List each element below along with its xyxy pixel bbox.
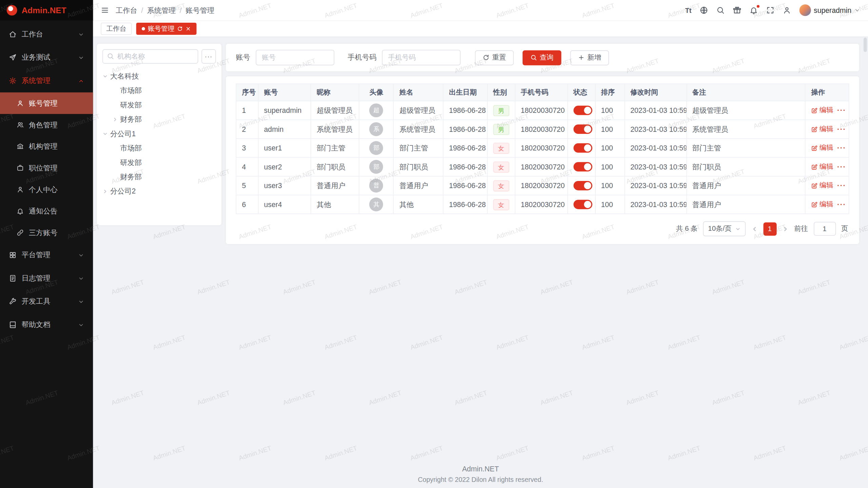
chevron-down-icon [78, 322, 84, 328]
breadcrumb: 工作台 / 系统管理 / 账号管理 [116, 5, 214, 15]
sidebar-item-system-management[interactable]: 系统管理 [0, 69, 93, 93]
tree-node-label: 分公司1 [110, 129, 136, 139]
edit-button[interactable]: 编辑 [811, 181, 833, 190]
sidebar-item-org-management[interactable]: 机构管理 [0, 136, 93, 157]
sidebar-item-role-management[interactable]: 角色管理 [0, 114, 93, 136]
phone-label: 手机号码 [348, 53, 376, 62]
vertical-scrollbar[interactable] [864, 38, 867, 52]
column-header: 性别 [487, 84, 515, 101]
org-more-button[interactable]: ··· [201, 49, 216, 63]
tree-node-label: 大名科技 [110, 72, 139, 81]
sidebar-item-workbench[interactable]: 工作台 [0, 23, 93, 46]
tree-node-label: 财务部 [120, 172, 142, 182]
tab-workbench[interactable]: 工作台 [101, 23, 132, 35]
sidebar-item-notice[interactable]: 通知公告 [0, 200, 93, 222]
tree-node[interactable]: 研发部 [102, 156, 216, 170]
column-header: 账号 [258, 84, 311, 101]
page-size-select[interactable]: 10条/页 [703, 221, 746, 236]
row-more-button[interactable]: ··· [837, 201, 846, 208]
sidebar-item-dev-tools[interactable]: 开发工具 [0, 290, 93, 313]
search-icon [107, 53, 114, 60]
edit-button[interactable]: 编辑 [811, 106, 833, 115]
sidebar-item-label: 三方账号 [29, 228, 58, 238]
status-toggle[interactable] [573, 181, 592, 190]
phone-input[interactable] [382, 50, 461, 65]
row-avatar: 超 [370, 103, 383, 117]
chevron-down-icon [78, 299, 84, 305]
font-size-icon[interactable]: Tt [685, 6, 691, 14]
logo[interactable]: Admin.NET [0, 0, 93, 20]
sidebar-item-position-management[interactable]: 职位管理 [0, 157, 93, 179]
reset-button[interactable]: 重置 [475, 50, 514, 65]
tab-account-management[interactable]: 账号管理 [136, 23, 197, 35]
prev-page-button[interactable] [751, 225, 758, 232]
edit-button[interactable]: 编辑 [811, 200, 833, 209]
tree-node[interactable]: 分公司2 [102, 184, 216, 199]
sidebar-item-platform-management[interactable]: 平台管理 [0, 243, 93, 267]
row-more-button[interactable]: ··· [837, 182, 846, 189]
top-header: 工作台 / 系统管理 / 账号管理 Tt superadmin [93, 0, 868, 20]
fullscreen-icon[interactable] [766, 6, 774, 14]
search-button[interactable]: 查询 [522, 50, 561, 65]
refresh-icon[interactable] [177, 26, 182, 32]
add-button[interactable]: 新增 [570, 50, 609, 65]
tree-node[interactable]: 大名科技 [102, 69, 216, 83]
query-panel: 账号 手机号码 重置 查询 新增 [226, 44, 859, 72]
gender-tag: 男 [493, 124, 509, 135]
tree-node[interactable]: 分公司1 [102, 127, 216, 141]
notification-bell-icon[interactable] [750, 6, 758, 14]
page-number-button[interactable]: 1 [763, 222, 776, 236]
breadcrumb-item[interactable]: 账号管理 [185, 5, 214, 15]
sidebar-item-account-management[interactable]: 账号管理 [0, 93, 93, 114]
status-toggle[interactable] [573, 106, 592, 115]
bank-icon [17, 143, 24, 150]
row-more-button[interactable]: ··· [837, 144, 846, 151]
account-input[interactable] [256, 50, 334, 65]
edit-button[interactable]: 编辑 [811, 124, 833, 134]
sidebar-item-log-management[interactable]: 日志管理 [0, 267, 93, 290]
row-more-button[interactable]: ··· [837, 126, 846, 133]
edit-button[interactable]: 编辑 [811, 162, 833, 171]
plus-icon [578, 54, 585, 61]
sidebar-item-help-docs[interactable]: 帮助文档 [0, 313, 93, 337]
edit-icon [811, 126, 818, 133]
gender-tag: 女 [493, 142, 509, 154]
sidebar-item-personal-center[interactable]: 个人中心 [0, 179, 93, 200]
breadcrumb-item[interactable]: 工作台 [116, 5, 137, 15]
row-more-button[interactable]: ··· [837, 163, 846, 170]
next-page-button[interactable] [782, 225, 789, 232]
sidebar-item-label: 角色管理 [29, 120, 58, 129]
gift-icon[interactable] [733, 6, 741, 14]
pagination-total: 共 6 条 [676, 224, 698, 233]
table-row: 4 user2 部门职员 部 部门职员 1986-06-28 女 1802003… [236, 157, 849, 176]
search-icon[interactable] [716, 6, 725, 14]
close-icon[interactable] [185, 26, 191, 32]
column-header: 状态 [568, 84, 595, 101]
tree-node[interactable]: 财务部 [102, 170, 216, 184]
hamburger-icon[interactable] [101, 6, 109, 14]
sidebar-item-third-party-account[interactable]: 三方账号 [0, 222, 93, 244]
sidebar-menu: 工作台 业务测试 系统管理 账号管理 角色管理 机构管理 [0, 20, 93, 488]
column-header: 修改时间 [625, 84, 687, 101]
app-root: Admin.NET 工作台 业务测试 系统管理 账号管理 角色管理 [0, 0, 868, 488]
tree-node[interactable]: 市场部 [102, 141, 216, 155]
status-toggle[interactable] [573, 200, 592, 209]
column-header: 姓名 [394, 84, 443, 101]
row-more-button[interactable]: ··· [837, 107, 846, 114]
edit-button[interactable]: 编辑 [811, 143, 833, 153]
goto-page-input[interactable] [813, 222, 835, 236]
breadcrumb-item[interactable]: 系统管理 [147, 5, 176, 15]
tree-node[interactable]: 财务部 [102, 112, 216, 126]
accounts-table: 序号 账号 昵称 头像 姓名 出生日期 性别 手机号码 状态 排序 修改时间 [236, 84, 849, 214]
user-menu[interactable]: superadmin [800, 4, 860, 16]
profile-icon[interactable] [783, 6, 791, 14]
status-toggle[interactable] [573, 162, 592, 171]
globe-icon[interactable] [700, 6, 708, 14]
status-toggle[interactable] [573, 124, 592, 134]
status-toggle[interactable] [573, 143, 592, 153]
username: superadmin [814, 6, 851, 14]
tree-node[interactable]: 市场部 [102, 84, 216, 98]
tree-node[interactable]: 研发部 [102, 98, 216, 112]
org-search-input[interactable] [102, 49, 198, 63]
sidebar-item-business-test[interactable]: 业务测试 [0, 46, 93, 69]
